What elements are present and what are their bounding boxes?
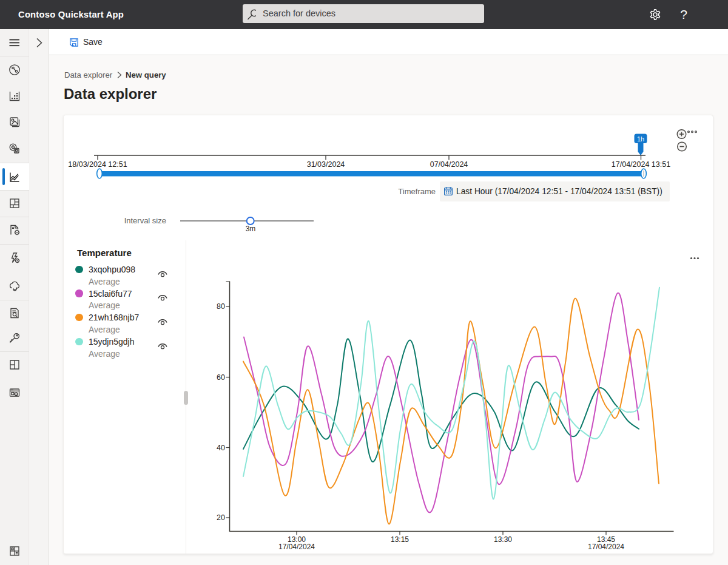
svg-text:1h: 1h — [637, 135, 644, 143]
svg-text:60: 60 — [217, 373, 225, 382]
svg-text:31/03/2024: 31/03/2024 — [307, 160, 345, 169]
svg-text:17/04/2024 13:51: 17/04/2024 13:51 — [612, 160, 670, 169]
svg-text:17/04/2024: 17/04/2024 — [588, 543, 624, 551]
svg-text:40: 40 — [217, 444, 225, 452]
svg-text:20: 20 — [217, 513, 225, 522]
svg-text:13:15: 13:15 — [391, 535, 409, 544]
svg-text:13:30: 13:30 — [494, 535, 512, 544]
svg-text:18/03/2024 12:51: 18/03/2024 12:51 — [68, 160, 127, 169]
svg-text:17/04/2024: 17/04/2024 — [278, 543, 315, 551]
svg-text:80: 80 — [217, 302, 225, 311]
svg-text:07/04/2024: 07/04/2024 — [430, 160, 468, 169]
